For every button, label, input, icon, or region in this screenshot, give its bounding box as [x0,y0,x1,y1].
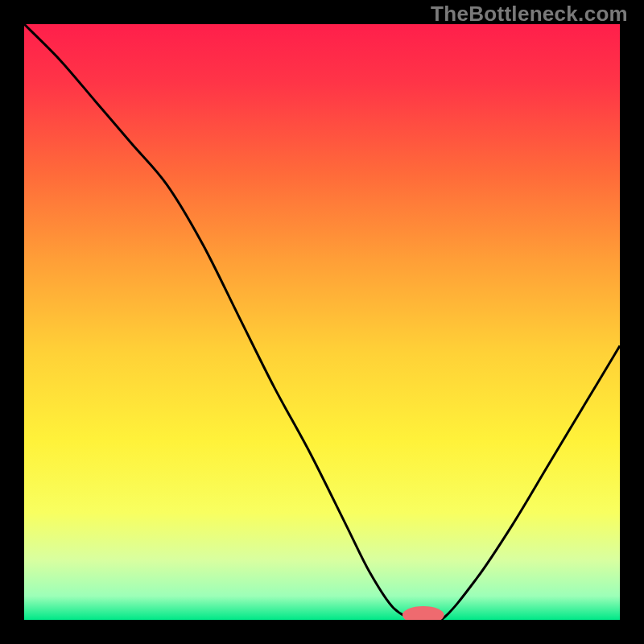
chart-frame: TheBottleneck.com [0,0,644,644]
plot-area [24,24,620,620]
gradient-background [24,24,620,620]
bottleneck-chart [24,24,620,620]
watermark-text: TheBottleneck.com [431,2,628,27]
